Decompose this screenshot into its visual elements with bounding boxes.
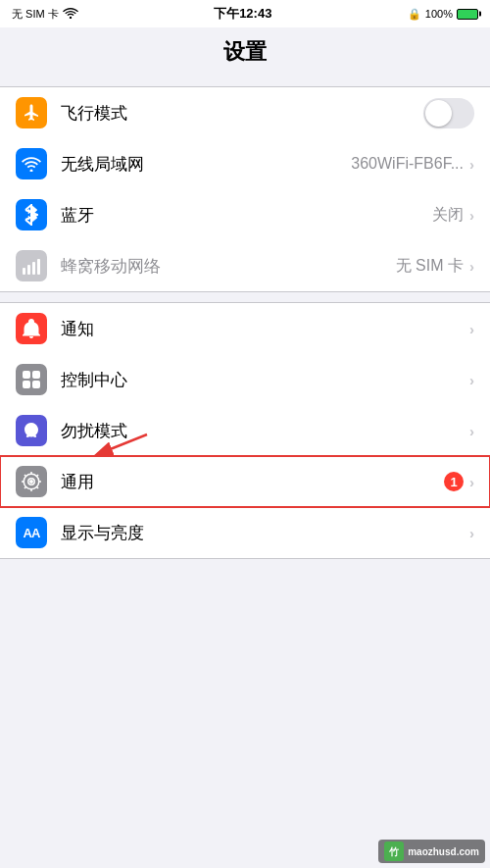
notification-chevron: › (469, 321, 474, 337)
display-item[interactable]: AA 显示与亮度 › (0, 507, 490, 558)
donotdisturb-item[interactable]: 勿扰模式 › (0, 405, 490, 456)
general-icon (16, 466, 47, 497)
status-right: 🔒 100% (408, 8, 478, 21)
donotdisturb-chevron: › (469, 423, 474, 439)
status-time: 下午12:43 (214, 5, 271, 23)
cellular-chevron: › (469, 258, 474, 275)
status-bar: 无 SIM 卡 下午12:43 🔒 100% (0, 0, 490, 27)
svg-text:竹: 竹 (388, 846, 400, 857)
display-icon: AA (16, 517, 47, 548)
wifi-chevron: › (469, 156, 474, 173)
cellular-icon (16, 250, 47, 281)
network-settings-group: 飞行模式 无线局域网 360WiFi-FB6F... › 蓝牙 (0, 86, 490, 292)
airplane-toggle[interactable] (423, 98, 474, 128)
control-center-item[interactable]: 控制中心 › (0, 354, 490, 405)
svg-rect-2 (23, 268, 25, 275)
notification-icon (16, 313, 47, 344)
watermark-text: maozhusd.com (408, 846, 479, 857)
general-badge: 1 (444, 472, 464, 491)
svg-rect-4 (32, 262, 35, 275)
svg-point-0 (69, 17, 71, 19)
airplane-label: 飞行模式 (61, 102, 423, 125)
lock-icon: 🔒 (408, 8, 421, 21)
airplane-toggle-knob (425, 100, 452, 127)
svg-rect-7 (32, 371, 40, 379)
svg-point-1 (30, 170, 33, 173)
airplane-mode-item[interactable]: 飞行模式 (0, 87, 490, 138)
bluetooth-item[interactable]: 蓝牙 关闭 › (0, 189, 490, 240)
system-settings-group: 通知 › 控制中心 › 勿扰模式 › (0, 302, 490, 559)
svg-rect-3 (27, 265, 30, 275)
sim-label: 无 SIM 卡 (12, 7, 59, 22)
display-label: 显示与亮度 (61, 522, 469, 544)
bluetooth-label: 蓝牙 (61, 204, 432, 227)
svg-rect-5 (37, 259, 40, 275)
cellular-value: 无 SIM 卡 (396, 256, 464, 277)
control-center-icon (16, 364, 47, 395)
notification-item[interactable]: 通知 › (0, 303, 490, 354)
watermark: 竹 maozhusd.com (378, 840, 485, 863)
wifi-label: 无线局域网 (61, 153, 351, 176)
page-title-bar: 设置 (0, 27, 490, 77)
battery-percent: 100% (425, 8, 453, 20)
control-center-label: 控制中心 (61, 369, 469, 391)
svg-rect-9 (32, 381, 40, 388)
cellular-item[interactable]: 蜂窝移动网络 无 SIM 卡 › (0, 240, 490, 291)
general-item[interactable]: 通用 1 › (0, 456, 490, 507)
donotdisturb-icon (16, 415, 47, 446)
airplane-icon (16, 97, 47, 128)
display-chevron: › (469, 525, 474, 541)
watermark-logo: 竹 (384, 842, 404, 861)
general-label: 通用 (61, 471, 444, 493)
wifi-item[interactable]: 无线局域网 360WiFi-FB6F... › (0, 138, 490, 189)
general-chevron: › (469, 474, 474, 490)
wifi-settings-icon (16, 148, 47, 179)
bluetooth-value: 关闭 (432, 205, 464, 226)
wifi-icon (63, 7, 78, 21)
bluetooth-chevron: › (469, 207, 474, 224)
svg-rect-6 (23, 371, 30, 379)
control-center-chevron: › (469, 372, 474, 388)
page-title: 设置 (0, 37, 490, 67)
notification-label: 通知 (61, 318, 469, 340)
svg-point-12 (29, 480, 33, 484)
battery-icon (457, 9, 478, 20)
cellular-label: 蜂窝移动网络 (61, 255, 396, 278)
svg-rect-8 (23, 381, 30, 388)
bluetooth-icon (16, 199, 47, 230)
status-left: 无 SIM 卡 (12, 7, 78, 22)
donotdisturb-label: 勿扰模式 (61, 420, 469, 442)
wifi-value: 360WiFi-FB6F... (351, 155, 464, 173)
